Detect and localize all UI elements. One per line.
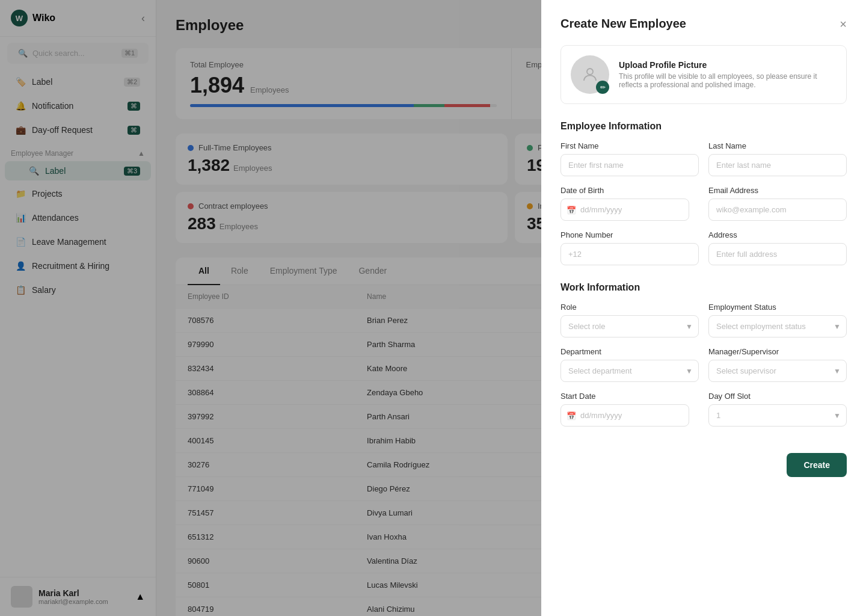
profile-picture-wrapper: ✏	[571, 55, 609, 94]
modal-overlay: Create New Employee × ✏ Upload Profile P…	[0, 0, 866, 616]
first-name-input[interactable]	[560, 154, 699, 176]
upload-desc: This profile will be visible to all empl…	[619, 72, 837, 89]
dob-input-wrapper: 📅	[560, 199, 699, 221]
address-group: Address	[708, 230, 847, 265]
upload-title: Upload Profile Picture	[619, 60, 837, 70]
modal-title: Create New Employee	[560, 17, 686, 31]
address-label: Address	[708, 230, 847, 239]
role-select-wrapper: Select role ▼	[560, 315, 699, 337]
emp-status-group: Employment Status Select employment stat…	[708, 303, 847, 337]
start-date-wrapper: 📅	[560, 404, 699, 427]
emp-status-select[interactable]: Select employment status	[708, 315, 847, 337]
first-name-group: First Name	[560, 141, 699, 176]
phone-address-row: Phone Number Address	[560, 230, 847, 265]
start-date-input[interactable]	[560, 404, 689, 427]
email-label: Email Address	[708, 186, 847, 195]
manager-label: Manager/Supervisor	[708, 347, 847, 356]
last-name-group: Last Name	[708, 141, 847, 176]
work-info-title: Work Information	[560, 282, 847, 293]
modal-close-button[interactable]: ×	[840, 18, 847, 30]
emp-status-label: Employment Status	[708, 303, 847, 312]
svg-point-0	[587, 69, 593, 75]
day-off-select-wrapper: 1 ▼	[708, 404, 847, 427]
dept-select[interactable]: Select department	[560, 360, 699, 382]
manager-group: Manager/Supervisor Select supervisor ▼	[708, 347, 847, 382]
dob-label: Date of Birth	[560, 186, 699, 195]
address-input[interactable]	[708, 243, 847, 265]
modal-footer: Create	[560, 453, 847, 477]
dob-group: Date of Birth 📅	[560, 186, 699, 221]
day-off-group: Day Off Slot 1 ▼	[708, 392, 847, 427]
role-status-row: Role Select role ▼ Employment Status Sel…	[560, 303, 847, 337]
manager-select[interactable]: Select supervisor	[708, 360, 847, 382]
dob-input[interactable]	[560, 199, 689, 221]
role-select[interactable]: Select role	[560, 315, 699, 337]
modal-header: Create New Employee ×	[560, 17, 847, 31]
dept-select-wrapper: Select department ▼	[560, 360, 699, 382]
start-date-label: Start Date	[560, 392, 699, 401]
role-group: Role Select role ▼	[560, 303, 699, 337]
create-button[interactable]: Create	[787, 453, 847, 477]
first-name-label: First Name	[560, 141, 699, 150]
calendar-icon: 📅	[567, 205, 576, 214]
phone-label: Phone Number	[560, 230, 699, 239]
dept-manager-row: Department Select department ▼ Manager/S…	[560, 347, 847, 382]
dob-email-row: Date of Birth 📅 Email Address	[560, 186, 847, 221]
dept-group: Department Select department ▼	[560, 347, 699, 382]
last-name-label: Last Name	[708, 141, 847, 150]
day-off-label: Day Off Slot	[708, 392, 847, 401]
profile-edit-button[interactable]: ✏	[596, 81, 609, 94]
create-employee-modal: Create New Employee × ✏ Upload Profile P…	[541, 0, 866, 616]
dept-label: Department	[560, 347, 699, 356]
profile-upload-section: ✏ Upload Profile Picture This profile wi…	[560, 45, 847, 104]
day-off-select[interactable]: 1	[708, 404, 847, 427]
role-label: Role	[560, 303, 699, 312]
emp-status-select-wrapper: Select employment status ▼	[708, 315, 847, 337]
manager-select-wrapper: Select supervisor ▼	[708, 360, 847, 382]
start-dayoff-row: Start Date 📅 Day Off Slot 1 ▼	[560, 392, 847, 427]
upload-text: Upload Profile Picture This profile will…	[619, 60, 837, 89]
start-date-group: Start Date 📅	[560, 392, 699, 427]
email-input[interactable]	[708, 199, 847, 221]
email-group: Email Address	[708, 186, 847, 221]
employee-info-title: Employee Information	[560, 121, 847, 132]
start-calendar-icon: 📅	[567, 411, 576, 420]
last-name-input[interactable]	[708, 154, 847, 176]
phone-group: Phone Number	[560, 230, 699, 265]
phone-input[interactable]	[560, 243, 699, 265]
name-row: First Name Last Name	[560, 141, 847, 176]
